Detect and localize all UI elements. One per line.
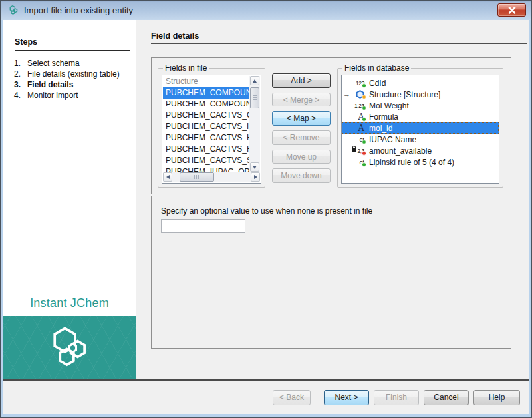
- file-field-row[interactable]: PUBCHEM_CACTVS_RO: [163, 144, 249, 155]
- file-field-row[interactable]: Structure: [163, 76, 249, 87]
- app-icon: [8, 5, 19, 16]
- field-type-lockdec-icon: 2,3: [350, 145, 366, 156]
- fields-in-database-label: Fields in database: [342, 63, 411, 73]
- file-field-row[interactable]: PUBCHEM_CACTVS_SU: [163, 155, 249, 166]
- window-title: Import file into existing entity: [24, 5, 133, 15]
- step-item-file-details-existing-table: 2.File details (existing table): [13, 69, 132, 79]
- back-button[interactable]: < Back: [273, 390, 311, 405]
- cancel-button[interactable]: Cancel: [424, 390, 469, 405]
- step-item-monitor-import: 4.Monitor import: [13, 91, 132, 101]
- db-field-row[interactable]: →Structure [Structure]: [342, 89, 499, 100]
- step-number: 4.: [13, 91, 27, 101]
- fields-in-file-group: Fields in file StructurePUBCHEM_COMPOUND…: [158, 68, 265, 188]
- db-fields-listbox[interactable]: 123CdId→Structure [Structure]1,23Mol Wei…: [341, 75, 499, 184]
- status-badge-orange: [362, 95, 366, 99]
- db-field-label: Formula: [369, 112, 398, 122]
- scroll-right-button[interactable]: [251, 172, 260, 182]
- status-badge-red: [362, 151, 366, 156]
- arrow-right-icon: [254, 175, 257, 179]
- fields-in-file-label: Fields in file: [163, 63, 209, 73]
- file-field-row[interactable]: PUBCHEM_COMPOUND_: [163, 87, 249, 99]
- steps-panel: Steps 1.Select schema2.File details (exi…: [3, 20, 136, 379]
- db-field-label: Lipinski rule of 5 (4 of 4): [369, 158, 454, 167]
- mapped-arrow-icon: →: [343, 89, 350, 100]
- vertical-scrollbar-thumb[interactable]: [250, 87, 259, 108]
- optional-value-panel: Specify an optional value to use when no…: [151, 196, 511, 349]
- field-type-ct-icon: ct: [350, 134, 366, 145]
- scroll-down-button[interactable]: [250, 162, 259, 172]
- transfer-buttons-column: Add >< Merge >< Map >< RemoveMove upMove…: [272, 64, 331, 188]
- close-icon: [508, 7, 516, 14]
- field-type-structure-icon: [350, 89, 366, 100]
- db-field-row[interactable]: 1,23Mol Weight: [342, 100, 499, 111]
- db-field-row[interactable]: 2,3amount_available: [342, 145, 499, 156]
- db-field-row[interactable]: 123CdId: [342, 77, 499, 89]
- status-badge-green: [362, 106, 366, 110]
- move-down-button[interactable]: Move down: [272, 168, 331, 183]
- step-label: File details (existing table): [27, 69, 126, 79]
- teal-banner: [3, 316, 136, 379]
- page-title: Field details: [151, 31, 527, 44]
- field-type-text-icon: A: [350, 111, 366, 122]
- db-field-label: Mol Weight: [369, 101, 409, 110]
- titlebar[interactable]: Import file into existing entity: [1, 1, 531, 20]
- scroll-left-button[interactable]: [163, 172, 172, 182]
- db-field-label: CdId: [369, 79, 386, 88]
- db-field-row[interactable]: AFormula: [342, 111, 499, 122]
- main-panel: Field details Fields in file StructurePU…: [136, 20, 529, 379]
- db-field-row[interactable]: Amol_id: [342, 122, 499, 134]
- file-field-row[interactable]: PUBCHEM_COMPOUND_: [163, 99, 249, 110]
- merge-button[interactable]: < Merge >: [272, 93, 331, 107]
- db-field-row[interactable]: ctIUPAC Name: [342, 134, 499, 145]
- optional-value-input[interactable]: [161, 219, 245, 233]
- status-badge-green: [362, 162, 366, 167]
- steps-list: 1.Select schema2.File details (existing …: [13, 59, 132, 101]
- step-item-select-schema: 1.Select schema: [13, 59, 132, 69]
- file-field-row[interactable]: PUBCHEM_CACTVS_HBO: [163, 121, 249, 132]
- brand-logo-icon: [45, 323, 94, 373]
- status-badge-green: [362, 83, 366, 88]
- db-field-label: IUPAC Name: [369, 135, 416, 144]
- step-number: 1.: [13, 59, 27, 69]
- step-label: Monitor import: [27, 91, 126, 101]
- field-type-text-icon: A: [350, 122, 366, 134]
- field-mapping-panel: Fields in file StructurePUBCHEM_COMPOUND…: [151, 57, 511, 194]
- fields-in-database-group: Fields in database 123CdId→Structure [St…: [337, 68, 503, 188]
- step-item-field-details: 3.Field details: [13, 80, 132, 90]
- help-button[interactable]: Help: [473, 390, 520, 405]
- optional-value-label: Specify an optional value to use when no…: [161, 206, 501, 216]
- add-button[interactable]: Add >: [272, 73, 331, 88]
- db-field-label: amount_available: [369, 146, 432, 156]
- steps-heading: Steps: [15, 37, 130, 51]
- step-number: 3.: [13, 80, 27, 90]
- db-field-label: mol_id: [369, 124, 392, 133]
- db-field-row[interactable]: ctLipinski rule of 5 (4 of 4): [342, 156, 499, 168]
- finish-button[interactable]: Finish: [374, 390, 419, 405]
- arrow-down-icon: [253, 166, 257, 169]
- field-type-dec-icon: 1,23: [350, 100, 366, 111]
- file-field-row[interactable]: PUBCHEM_CACTVS_CO: [163, 110, 249, 121]
- file-field-row[interactable]: PUBCHEM_IUPAC_OPEN: [163, 166, 249, 172]
- import-wizard-window: Import file into existing entity Steps 1…: [0, 0, 532, 418]
- horizontal-scrollbar-thumb[interactable]: [180, 172, 214, 182]
- file-field-row[interactable]: PUBCHEM_CACTVS_HBO: [163, 132, 249, 144]
- db-field-label: Structure [Structure]: [369, 90, 440, 99]
- window-body: Steps 1.Select schema2.File details (exi…: [1, 20, 531, 417]
- close-button[interactable]: [497, 3, 526, 17]
- file-fields-listbox[interactable]: StructurePUBCHEM_COMPOUND_PUBCHEM_COMPOU…: [162, 75, 261, 184]
- status-badge-green: [362, 140, 366, 144]
- step-number: 2.: [13, 69, 27, 79]
- move-up-button[interactable]: Move up: [272, 150, 331, 164]
- status-badge-green: [362, 117, 366, 122]
- step-label: Field details: [27, 80, 126, 90]
- scroll-up-button[interactable]: [250, 76, 259, 85]
- arrow-left-icon: [166, 175, 170, 179]
- vertical-scrollbar[interactable]: [249, 76, 260, 172]
- map-button[interactable]: < Map >: [272, 111, 331, 126]
- remove-button[interactable]: < Remove: [272, 130, 331, 145]
- horizontal-scrollbar[interactable]: [163, 172, 260, 182]
- branding-text: Instant JChem: [3, 296, 136, 310]
- arrow-up-icon: [253, 79, 257, 83]
- step-label: Select schema: [27, 59, 126, 69]
- next-button[interactable]: Next >: [324, 390, 369, 405]
